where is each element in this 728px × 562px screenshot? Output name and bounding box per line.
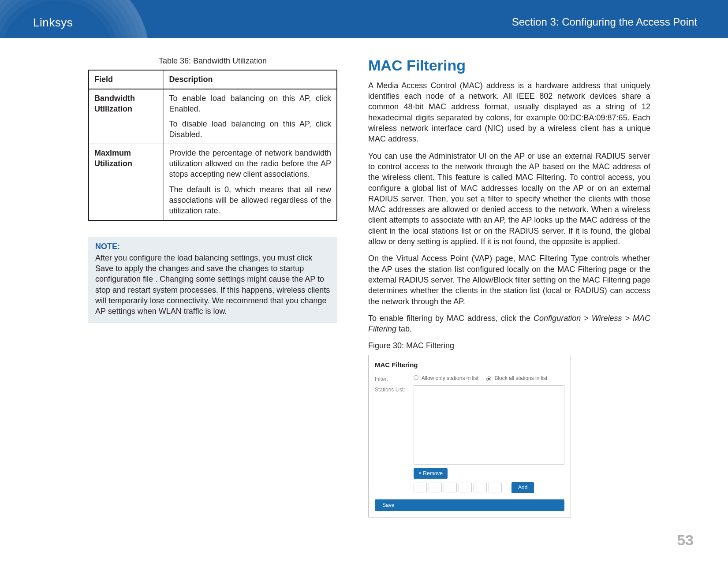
page-content: Table 36: Bandwidth Utilization Field De… [0,38,728,517]
radio-icon [414,375,418,380]
mac-octet-input[interactable] [459,483,472,492]
radio-label: Block all stations in list [494,375,547,381]
right-column: MAC Filtering A Media Access Control (MA… [368,56,650,517]
mac-octet-input[interactable] [474,483,487,492]
note-title: NOTE: [95,241,330,252]
header-decoration [0,0,150,38]
section-heading: MAC Filtering [368,56,650,76]
radio-block-all[interactable]: Block all stations in list [486,375,547,382]
table-caption: Table 36: Bandwidth Utilization [88,56,337,66]
note-body: After you configure the load balancing s… [95,253,330,317]
body-paragraph: On the Virtual Access Point (VAP) page, … [368,253,650,306]
remove-button[interactable]: × Remove [414,468,448,479]
radio-allow-only[interactable]: Allow only stations in list [414,375,478,382]
bandwidth-utilization-table: Field Description Bandwidth Utilization … [88,70,337,220]
figure-stations-row: Stations List: × Remove Add [375,385,564,493]
figure-filter-label: Filter: [375,375,414,383]
mac-filtering-figure: MAC Filtering Filter: Allow only station… [368,355,571,517]
table-cell-text: The default is 0, which means that all n… [169,184,332,216]
table-cell-text: To disable load balancing on this AP, cl… [169,119,332,140]
table-cell-description: To enable load balancing on this AP, cli… [164,89,337,144]
save-button[interactable]: Save [375,499,564,511]
enable-instruction: To enable filtering by MAC address, clic… [368,313,650,335]
brand-label: Linksys [33,16,73,30]
table-row: Bandwidth Utilization To enable load bal… [89,89,337,144]
enable-instruction-text: tab. [396,324,412,333]
table-cell-field: Bandwidth Utilization [89,89,164,144]
mac-octet-input[interactable] [489,483,502,492]
table-cell-field: Maximum Utilization [89,144,164,220]
table-header-field: Field [89,70,164,89]
table-header-description: Description [164,70,337,89]
mac-input-row: Add [414,482,564,493]
enable-instruction-text: To enable filtering by MAC address, clic… [368,314,534,323]
body-paragraph: A Media Access Control (MAC) address is … [368,80,650,145]
mac-octet-input[interactable] [429,483,442,492]
remove-button-label: Remove [423,470,443,476]
figure-caption: Figure 30: MAC Filtering [368,340,650,351]
table-header-row: Field Description [89,70,337,89]
page-number: 53 [677,532,694,549]
figure-stations-body: × Remove Add [414,385,564,493]
stations-list-box[interactable] [414,385,564,465]
note-box: NOTE: After you configure the load balan… [88,237,337,323]
mac-octet-input[interactable] [414,483,427,492]
radio-icon [486,376,491,381]
mac-octet-input[interactable] [444,483,457,492]
table-row: Maximum Utilization Provide the percenta… [89,144,337,220]
radio-label: Allow only stations in list [422,375,478,381]
body-paragraph: You can use the Administrator UI on the … [368,151,650,247]
left-column: Table 36: Bandwidth Utilization Field De… [88,56,337,517]
figure-filter-row: Filter: Allow only stations in list Bloc… [375,375,564,383]
figure-radio-group: Allow only stations in list Block all st… [414,375,547,382]
figure-stations-label: Stations List: [375,385,414,393]
add-button[interactable]: Add [511,482,534,493]
table-cell-description: Provide the percentage of network bandwi… [164,144,337,220]
page-header: Linksys Section 3: Configuring the Acces… [0,0,728,38]
table-cell-text: To enable load balancing on this AP, cli… [169,93,332,115]
section-title: Section 3: Configuring the Access Point [512,16,697,28]
table-cell-text: Provide the percentage of network bandwi… [169,148,332,180]
figure-panel-title: MAC Filtering [375,361,564,369]
